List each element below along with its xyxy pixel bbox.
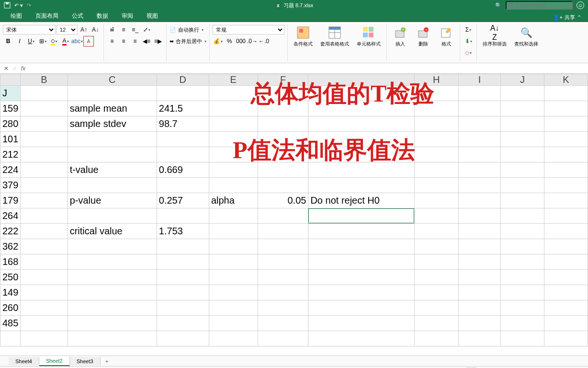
cell[interactable] [458,208,501,224]
cell[interactable] [458,147,501,162]
cell[interactable] [209,147,258,162]
cell[interactable] [458,116,501,132]
cell[interactable] [458,224,501,239]
cell[interactable] [501,254,544,270]
add-sheet-button[interactable]: + [101,357,113,366]
cell[interactable]: 0.05 [258,193,308,208]
cell[interactable] [68,132,157,147]
cell[interactable] [308,285,415,300]
cell[interactable] [458,316,501,331]
cell[interactable] [414,162,458,178]
cell[interactable] [209,270,258,285]
cell[interactable]: 0.669 [157,162,209,178]
insert-button[interactable]: +插入 [390,24,411,48]
cell[interactable]: 379 [0,178,21,193]
cell[interactable]: 159 [0,101,21,116]
col-header-e[interactable]: E [209,74,258,86]
cell[interactable] [157,316,209,331]
col-header-k[interactable]: K [544,74,588,86]
cell[interactable] [308,147,415,162]
cell-styles-button[interactable]: 单元格样式 [354,24,384,48]
cell[interactable] [414,86,458,101]
cell[interactable] [544,224,588,239]
increase-decimal-icon[interactable]: .0→ [247,36,258,46]
cell[interactable]: 212 [0,147,21,162]
wrap-text-button[interactable]: 自动换行 [178,26,199,34]
cell[interactable] [209,132,258,147]
cell[interactable] [501,132,544,147]
bold-button[interactable]: B [3,36,13,46]
merge-center-button[interactable]: 合并后居中 [176,38,202,45]
cell[interactable] [501,193,544,208]
user-icon[interactable]: ☺ [577,1,584,9]
cell[interactable]: 241.5 [157,101,209,116]
cell[interactable] [157,285,209,300]
table-format-button[interactable]: 套用表格格式 [317,24,352,48]
cell[interactable] [21,270,68,285]
autosum-icon[interactable]: Σ▾ [463,24,474,35]
cell[interactable] [544,254,588,270]
cell[interactable] [458,300,501,316]
enter-icon[interactable]: ✓ [12,65,17,72]
cell[interactable] [157,208,209,224]
cell[interactable] [258,208,308,224]
format-button[interactable]: 格式 [436,24,457,48]
cell[interactable] [209,300,258,316]
cell[interactable] [458,162,501,178]
cell[interactable]: alpha [209,193,258,208]
cell[interactable] [68,254,157,270]
cell[interactable] [544,101,588,116]
cell[interactable] [501,178,544,193]
font-color-button[interactable]: A▾ [60,36,71,46]
comma-icon[interactable]: 000 [236,36,246,46]
cell[interactable]: 485 [0,316,21,331]
currency-icon[interactable]: 💰▾ [213,36,223,46]
sheet-tab-1[interactable]: Sheet2 [39,356,70,366]
cell[interactable] [458,101,501,116]
cell[interactable] [308,116,415,132]
cell[interactable] [544,300,588,316]
cell[interactable] [308,316,415,331]
number-format-select[interactable]: 常规 [213,25,284,34]
cell[interactable]: 250 [0,270,21,285]
underline-button[interactable]: U▾ [26,36,36,46]
cell[interactable] [414,193,458,208]
cell[interactable] [258,147,308,162]
align-bottom-icon[interactable]: ≡_ [130,24,140,35]
cell[interactable] [258,178,308,193]
redo-icon[interactable]: ↷ [27,2,31,9]
border-button[interactable]: ⊞▾ [37,36,48,46]
cell[interactable] [258,316,308,331]
cell[interactable] [258,224,308,239]
cell[interactable] [21,331,68,346]
tab-view[interactable]: 视图 [140,10,165,22]
cell[interactable]: 101 [0,132,21,147]
cell[interactable] [258,132,308,147]
cell[interactable] [21,162,68,178]
cell[interactable]: critical value [68,224,157,239]
decrease-decimal-icon[interactable]: ←.0 [259,36,269,46]
align-middle-icon[interactable]: ≡ [118,24,129,35]
cell[interactable] [501,86,544,101]
share-button[interactable]: 👤+共享⌃ [550,13,584,22]
spreadsheet-grid[interactable]: B C D E F H I J K J 159sample mean241.5 … [0,74,588,356]
indent-increase-icon[interactable]: ≡▶ [153,36,163,46]
cell[interactable] [544,270,588,285]
tab-draw[interactable]: 绘图 [4,10,29,22]
cell[interactable] [157,300,209,316]
formula-input[interactable] [29,65,588,72]
cell[interactable]: 280 [0,116,21,132]
cell[interactable] [258,162,308,178]
font-size-select[interactable]: 12 [57,25,78,34]
cell[interactable] [458,331,501,346]
cell[interactable] [209,331,258,346]
cell[interactable] [414,270,458,285]
cell[interactable] [308,331,415,346]
cell[interactable] [414,254,458,270]
col-header-a[interactable] [0,74,21,86]
cell[interactable] [68,178,157,193]
cell[interactable] [68,239,157,254]
cell[interactable]: 0.257 [157,193,209,208]
delete-button[interactable]: −删除 [413,24,434,48]
font-name-select[interactable]: 宋体 [3,25,56,34]
